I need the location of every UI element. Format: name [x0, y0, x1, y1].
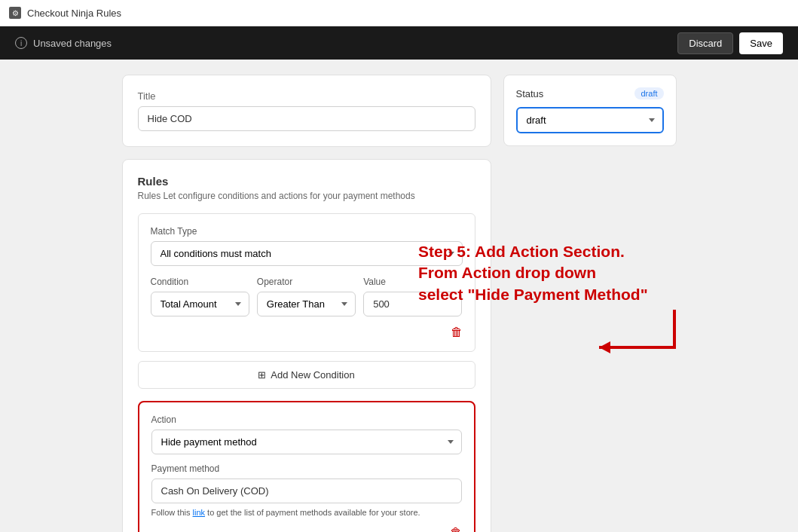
delete-condition-row: 🗑: [151, 326, 463, 339]
action-container: Action Hide payment method Show payment …: [138, 401, 475, 532]
unsaved-changes-text: Unsaved changes: [33, 38, 112, 49]
match-type-box: Match Type All conditions must match Any…: [138, 213, 475, 352]
value-input[interactable]: [363, 292, 462, 316]
follow-link-text: Follow this link to get the list of paym…: [151, 508, 462, 517]
status-card: Status draft draft active: [503, 75, 677, 146]
add-condition-icon: ⊞: [258, 369, 266, 381]
value-label: Value: [363, 277, 462, 287]
left-column: Title Rules Rules Let configure conditio…: [122, 75, 491, 532]
condition-col: Condition Total Amount: [151, 277, 249, 316]
delete-action-button[interactable]: 🗑: [450, 526, 462, 532]
status-title: Status: [516, 88, 544, 99]
payment-methods-link[interactable]: link: [193, 508, 206, 517]
delete-condition-button[interactable]: 🗑: [451, 326, 463, 339]
app-icon: ⚙: [9, 7, 21, 19]
action-select[interactable]: Hide payment method Show payment method: [151, 430, 462, 454]
action-section: Action Hide payment method Show payment …: [138, 401, 475, 532]
rules-heading: Rules: [138, 175, 475, 188]
title-input[interactable]: [138, 106, 475, 131]
main-content: Title Rules Rules Let configure conditio…: [0, 60, 798, 532]
rules-card: Rules Rules Let configure conditions and…: [122, 159, 491, 532]
match-type-label: Match Type: [151, 226, 463, 237]
delete-action-row: 🗑: [151, 526, 462, 532]
value-col: Value: [363, 277, 462, 316]
payment-method-label: Payment method: [151, 463, 462, 474]
discard-button[interactable]: Discard: [677, 32, 733, 54]
condition-select[interactable]: Total Amount: [151, 292, 249, 316]
operator-label: Operator: [257, 277, 356, 287]
action-label: Action: [151, 414, 462, 425]
app-title: Checkout Ninja Rules: [27, 8, 121, 19]
match-type-select[interactable]: All conditions must match Any condition …: [151, 241, 463, 266]
status-select[interactable]: draft active: [516, 107, 664, 133]
operator-select[interactable]: Greater Than: [257, 292, 356, 316]
add-condition-label: Add New Condition: [271, 369, 354, 381]
condition-row: Condition Total Amount Operator Greater …: [151, 277, 463, 316]
add-condition-section: ⊞ Add New Condition: [138, 361, 475, 389]
unsaved-changes-notice: i Unsaved changes: [15, 37, 112, 49]
operator-col: Operator Greater Than: [257, 277, 356, 316]
status-badge: draft: [634, 87, 663, 99]
title-label: Title: [138, 90, 475, 102]
status-header: Status draft: [516, 87, 664, 99]
action-buttons: Discard Save: [677, 32, 783, 54]
payment-method-input[interactable]: [151, 478, 462, 503]
notification-bar: i Unsaved changes Discard Save: [0, 26, 798, 60]
add-condition-button[interactable]: ⊞ Add New Condition: [138, 361, 475, 389]
condition-label: Condition: [151, 277, 249, 287]
title-card: Title: [122, 75, 491, 147]
save-button[interactable]: Save: [739, 32, 783, 54]
rules-subtext: Rules Let configure conditions and actio…: [138, 191, 475, 201]
info-icon: i: [15, 37, 27, 49]
title-bar: ⚙ Checkout Ninja Rules: [0, 0, 798, 26]
right-column: Status draft draft active: [503, 75, 677, 532]
